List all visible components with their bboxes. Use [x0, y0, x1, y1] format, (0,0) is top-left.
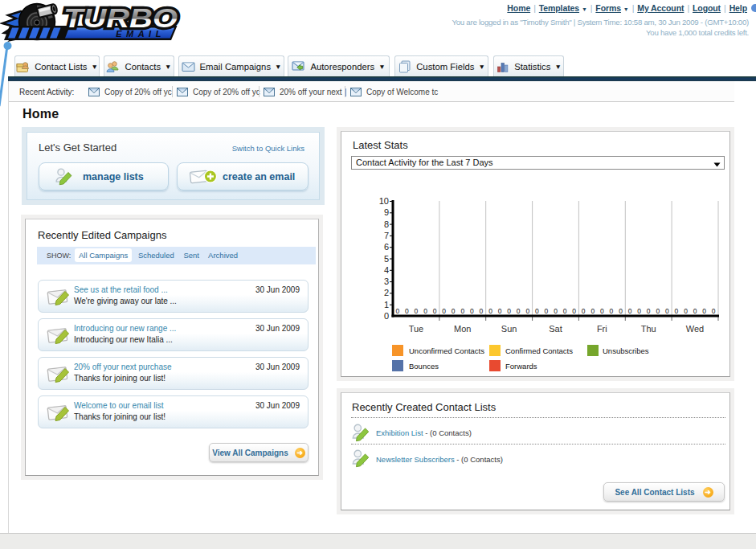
svg-text:0: 0: [470, 307, 474, 315]
svg-text:0: 0: [423, 307, 427, 315]
svg-text:10: 10: [379, 196, 389, 206]
svg-text:0: 0: [712, 307, 716, 315]
svg-text:0: 0: [460, 307, 464, 315]
svg-text:1: 1: [384, 300, 389, 309]
svg-text:0: 0: [590, 307, 595, 315]
svg-text:5: 5: [384, 254, 389, 264]
svg-text:Fri: Fri: [597, 324, 607, 334]
svg-text:0: 0: [415, 307, 419, 315]
svg-text:Tue: Tue: [409, 324, 424, 334]
svg-text:0: 0: [480, 307, 484, 315]
svg-text:0: 0: [535, 307, 539, 315]
svg-text:Sun: Sun: [501, 324, 517, 334]
svg-text:0: 0: [563, 307, 567, 315]
svg-text:0: 0: [702, 307, 706, 315]
svg-text:8: 8: [384, 219, 389, 229]
svg-text:TURBO: TURBO: [63, 3, 178, 33]
svg-text:Thu: Thu: [641, 324, 656, 334]
svg-text:0: 0: [600, 307, 604, 315]
svg-text:0: 0: [675, 307, 679, 315]
svg-text:6: 6: [384, 242, 389, 252]
svg-text:0: 0: [637, 307, 641, 315]
svg-text:0: 0: [665, 307, 669, 315]
svg-text:0: 0: [656, 307, 660, 315]
svg-text:Sat: Sat: [549, 324, 562, 334]
svg-text:3: 3: [384, 277, 389, 286]
svg-text:0: 0: [488, 307, 492, 315]
svg-text:4: 4: [384, 265, 389, 275]
svg-text:0: 0: [507, 307, 511, 315]
svg-text:Mon: Mon: [454, 324, 471, 334]
svg-text:0: 0: [452, 307, 456, 315]
svg-text:0: 0: [525, 307, 529, 315]
svg-text:0: 0: [610, 307, 614, 315]
svg-text:0: 0: [572, 307, 576, 315]
svg-text:0: 0: [517, 307, 521, 315]
svg-text:0: 0: [647, 307, 651, 315]
svg-text:0: 0: [693, 307, 697, 315]
svg-text:0: 0: [684, 307, 688, 315]
svg-text:2: 2: [384, 288, 389, 297]
svg-text:0: 0: [384, 311, 389, 321]
svg-text:0: 0: [545, 307, 549, 315]
svg-text:7: 7: [384, 231, 389, 240]
svg-text:0: 0: [395, 307, 399, 315]
svg-text:0: 0: [433, 307, 437, 315]
svg-text:0: 0: [405, 307, 409, 315]
svg-text:0: 0: [628, 307, 632, 315]
svg-text:Wed: Wed: [686, 324, 704, 334]
svg-text:0: 0: [582, 307, 586, 315]
svg-text:0: 0: [442, 307, 446, 315]
svg-text:0: 0: [498, 307, 502, 315]
svg-text:0: 0: [554, 307, 558, 315]
svg-text:0: 0: [619, 307, 623, 315]
svg-text:9: 9: [384, 207, 389, 217]
